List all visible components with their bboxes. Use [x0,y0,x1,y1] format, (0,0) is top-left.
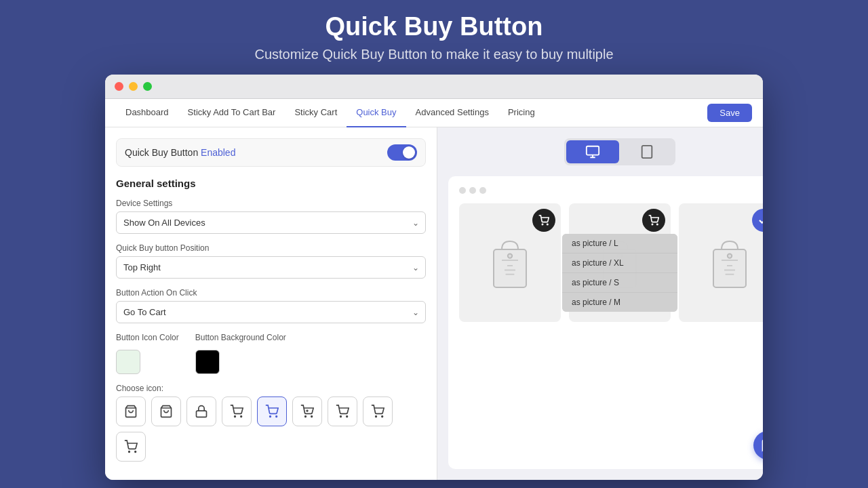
icon-btn-bag[interactable] [116,396,146,426]
action-wrapper: Go To Cart Open Cart Drawer Direct Check… [116,301,426,323]
general-settings-section: General settings Device Settings Show On… [116,178,426,462]
svg-point-3 [235,416,236,418]
icon-color-label: Button Icon Color [116,333,179,342]
svg-point-8 [311,416,313,418]
size-option-L[interactable]: as picture / L [562,234,677,253]
bg-color-group: Button Background Color [195,333,286,374]
nav-item-sticky-cart[interactable]: Sticky Cart [285,99,347,127]
device-tabs [564,138,675,165]
hero-subtitle: Customize Quick Buy Button to make it ea… [254,47,613,62]
titlebar [105,75,763,99]
main-content: Quick Buy Button Enabled General setting… [105,127,763,480]
icon-btn-cart1[interactable] [222,396,252,426]
tab-desktop[interactable] [566,140,619,163]
nav-bar: Dashboard Sticky Add To Cart Bar Sticky … [105,99,763,127]
preview-dot-3 [479,187,486,194]
nav-item-dashboard[interactable]: Dashboard [116,99,178,127]
svg-point-5 [270,416,271,418]
product-grid: as picture / L as picture / XL as pictur… [459,203,763,322]
svg-point-7 [305,416,307,418]
svg-point-23 [547,224,548,224]
action-select[interactable]: Go To Cart Open Cart Drawer Direct Check… [116,301,426,323]
icon-btn-lock[interactable] [186,396,216,426]
svg-point-16 [135,451,136,453]
size-option-S[interactable]: as picture / S [562,273,677,293]
position-wrapper: Top Right Top Left Bottom Right Bottom L… [116,256,426,279]
device-settings-label: Device Settings [116,199,426,208]
general-settings-title: General settings [116,178,426,189]
svg-rect-2 [197,411,207,417]
hero-title: Quick Buy Button [326,12,543,41]
nav-item-sticky-add-to-cart[interactable]: Sticky Add To Cart Bar [178,99,285,127]
size-dropdown: as picture / L as picture / XL as pictur… [562,234,677,312]
maximize-button[interactable] [143,82,152,91]
svg-point-22 [542,224,542,224]
nav-item-quick-buy[interactable]: Quick Buy [347,99,406,127]
svg-point-13 [376,416,377,418]
color-row: Button Icon Color Button Background Colo… [116,333,426,374]
chat-button[interactable] [753,431,763,460]
quick-buy-toggle-row: Quick Buy Button Enabled [116,138,426,167]
preview-dot-2 [469,187,476,194]
right-panel: as picture / L as picture / XL as pictur… [437,127,763,480]
svg-point-30 [652,224,652,224]
choose-icon-label: Choose icon: [116,384,426,393]
check-button-3[interactable] [752,209,763,232]
tab-tablet[interactable] [620,140,673,163]
product-card-2: as picture / L as picture / XL as pictur… [569,203,671,322]
svg-point-26 [508,253,512,258]
svg-point-12 [347,416,348,418]
close-button[interactable] [115,82,123,91]
preview-dot-1 [459,187,466,194]
left-panel: Quick Buy Button Enabled General setting… [105,127,437,480]
minimize-button[interactable] [129,82,138,91]
svg-point-6 [276,416,277,418]
icon-btn-cart4[interactable] [328,396,357,426]
save-button[interactable]: Save [707,104,752,122]
icon-grid [116,396,426,462]
svg-point-40 [728,253,732,258]
preview-dots [459,187,763,194]
position-label: Quick Buy button Position [116,243,426,253]
cart-button-1[interactable] [532,209,555,232]
icon-btn-cart3[interactable] [292,396,322,426]
cart-button-2[interactable] [642,209,665,232]
product-card-1 [459,203,561,322]
bg-color-swatch[interactable] [195,350,220,374]
svg-point-15 [129,451,130,453]
svg-point-4 [241,416,242,418]
svg-point-14 [382,416,383,418]
icon-btn-bag2[interactable] [151,396,181,426]
icon-btn-cart5[interactable] [363,396,393,426]
svg-rect-17 [587,146,599,155]
device-settings-select[interactable]: Show On All Devices Desktop Only Mobile … [116,211,426,234]
action-label: Button Action On Click [116,288,426,298]
preview-area: as picture / L as picture / XL as pictur… [448,176,763,469]
size-option-XL[interactable]: as picture / XL [562,253,677,273]
svg-point-31 [657,224,658,224]
app-window: Dashboard Sticky Add To Cart Bar Sticky … [105,75,763,480]
bg-color-label: Button Background Color [195,333,286,342]
svg-point-11 [340,416,342,418]
svg-rect-20 [642,146,652,158]
icon-btn-cart6[interactable] [116,432,146,462]
quick-buy-toggle[interactable] [387,144,417,161]
icon-btn-cart2[interactable] [257,396,287,426]
icon-color-swatch[interactable] [116,350,140,374]
product-card-3 [679,203,763,322]
nav-item-pricing[interactable]: Pricing [498,99,545,127]
size-option-M[interactable]: as picture / M [562,293,677,312]
position-select[interactable]: Top Right Top Left Bottom Right Bottom L… [116,256,426,279]
device-settings-wrapper: Show On All Devices Desktop Only Mobile … [116,211,426,234]
icon-color-group: Button Icon Color [116,333,179,374]
nav-item-advanced-settings[interactable]: Advanced Settings [406,99,498,127]
toggle-label: Quick Buy Button Enabled [125,147,235,158]
